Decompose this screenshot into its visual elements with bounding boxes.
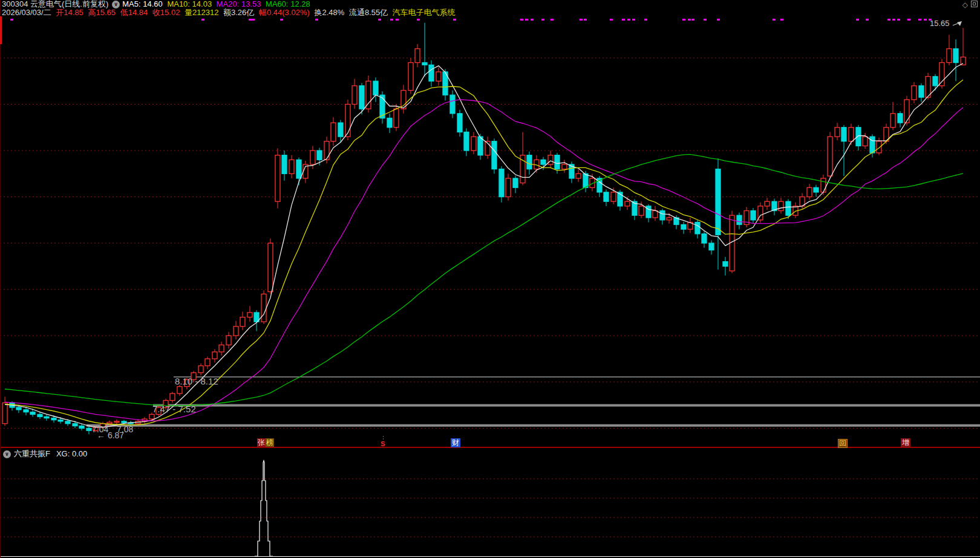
low-value: 低14.84 (120, 8, 148, 17)
indicator-header: ∨六重共振FXG: 0.00 (3, 449, 87, 458)
diamond-icon[interactable]: ◇ (962, 1, 968, 9)
sector-link[interactable]: 汽车电子电气系统 (393, 8, 456, 17)
amount-value: 额3.26亿 (223, 8, 254, 17)
high-value: 高15.65 (88, 8, 116, 17)
indicator-field: XG: (56, 449, 70, 458)
header-line-2: 2026/03/03/二 开14.85 高15.65 低14.84 收15.02… (2, 8, 458, 17)
floatcap-value: 流通8.55亿 (349, 8, 388, 17)
indicator-name[interactable]: 六重共振F (14, 449, 50, 458)
header: 300304 云意电气(日线.前复权)∨MA5: 14.60 MA10: 14.… (2, 0, 458, 17)
low-label-c: ← 6.87 (97, 430, 124, 440)
sell-signal-marker: S (380, 436, 386, 447)
volume-value: 量212312 (185, 8, 218, 17)
window-controls: ◇ (962, 1, 978, 9)
open-value: 开14.85 (56, 8, 83, 17)
ma60-label: MA60: 12.28 (266, 0, 310, 8)
signal-dash-icon (383, 436, 384, 440)
tag-zhangbang[interactable]: 张榜 (256, 438, 275, 447)
header-line-1: 300304 云意电气(日线.前复权)∨MA5: 14.60 MA10: 14.… (2, 0, 458, 8)
ma10-label: MA10: 14.03 (167, 0, 212, 8)
collapse-indicator-icon[interactable]: ∨ (3, 450, 11, 458)
multiwindow-icon[interactable] (971, 1, 978, 7)
date-label: 2026/03/03/二 (2, 8, 51, 17)
turnover-value: 换2.48% (314, 8, 344, 17)
tag-zhangbang-char2: 榜 (266, 438, 274, 447)
tag-finance[interactable]: 财 (451, 438, 460, 447)
gap-label-mid: 7.47 - 7.52 (152, 404, 196, 414)
last-high-label: 15.65 (930, 19, 950, 28)
main-chart[interactable] (0, 0, 980, 558)
left-scroll-marker[interactable] (0, 16, 2, 44)
tag-zhangbang-char1: 张 (257, 438, 266, 447)
indicator-value: 0.00 (72, 449, 87, 458)
sell-signal-letter: S (381, 440, 385, 447)
gap-label-high: 8.10 - 8.12 (175, 376, 218, 386)
stock-title[interactable]: 300304 云意电气(日线.前复权) (2, 0, 108, 8)
close-value: 收15.02 (152, 8, 180, 17)
tag-huice[interactable]: 回 (838, 439, 848, 448)
tag-zengfa[interactable]: 增 (901, 438, 910, 447)
ma5-label: MA5: 14.60 (122, 0, 163, 8)
ma20-label: MA20: 13.53 (217, 0, 261, 8)
app-window: 300304 云意电气(日线.前复权)∨MA5: 14.60 MA10: 14.… (0, 0, 980, 558)
change-value: 幅0.44(3.02%) (259, 8, 310, 17)
left-border (0, 0, 1, 558)
